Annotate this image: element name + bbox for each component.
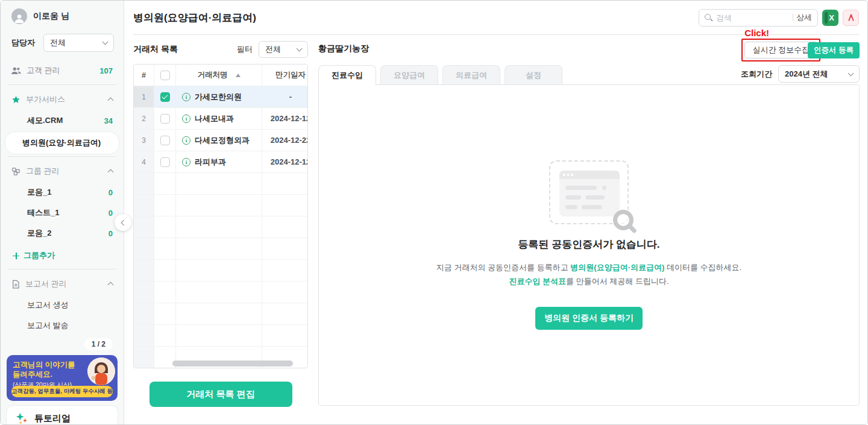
tab-nursing-benefit[interactable]: 요양급여 — [380, 65, 438, 84]
divider — [8, 269, 116, 269]
report-doc-icon — [11, 280, 20, 289]
manager-select-value: 전체 — [50, 37, 66, 48]
tab-medical-benefit[interactable]: 의료급여 — [442, 65, 500, 84]
desc-text: 데이터를 수집하세요. — [664, 263, 741, 272]
row-number: 2 — [134, 108, 154, 129]
pdf-export-button[interactable] — [843, 10, 859, 26]
group-squares-icon — [11, 167, 20, 176]
manager-label: 담당자 — [11, 37, 35, 48]
row-checkbox[interactable] — [160, 114, 170, 124]
scrollbar-thumb[interactable] — [172, 360, 293, 367]
table-row-empty — [134, 325, 308, 347]
group-count: 0 — [108, 188, 113, 197]
sidebar-item-label: 병의원(요양·의료급여) — [22, 137, 112, 148]
sidebar-item-semocrm[interactable]: 세모.CRM 34 — [5, 110, 119, 131]
register-hospital-cert-button[interactable]: 병의원 인증서 등록하기 — [535, 307, 643, 330]
chevron-left-icon — [121, 219, 127, 225]
chevron-up-icon — [108, 169, 114, 175]
user-profile[interactable]: 이로움 님 — [5, 1, 119, 30]
row-checkbox[interactable] — [160, 136, 170, 145]
period-label: 조회기간 — [741, 69, 772, 80]
tutorial-button[interactable]: 튜토리얼 — [7, 406, 118, 425]
star-icon — [11, 95, 20, 104]
due-date: 2024-12-12 — [262, 108, 308, 129]
search-input[interactable] — [716, 13, 788, 22]
divider — [8, 84, 116, 85]
detail-search-link[interactable]: 상세 — [793, 12, 812, 23]
sidebar-item-group-3[interactable]: 로움_2 0 — [5, 223, 119, 244]
excel-export-button[interactable]: X — [822, 10, 838, 26]
period-select-value: 2024년 전체 — [785, 69, 828, 80]
row-number: 3 — [134, 130, 154, 151]
promo-banner[interactable]: 고객님의 이야기를 들려주세요. (상품권 20만원 시상) 고객감동, 업무효… — [7, 355, 118, 401]
period-select[interactable]: 2024년 전체 — [778, 65, 860, 83]
click-annotation: Click! — [744, 28, 769, 38]
table-row[interactable]: 4 i라피부과 2024-12-12 — [134, 151, 308, 173]
cert-register-button[interactable]: 인증서 등록 — [808, 42, 860, 58]
group-count: 0 — [108, 229, 113, 238]
add-group-label: 그룹추가 — [24, 250, 55, 261]
sidebar-item-label: 세모.CRM — [27, 115, 104, 126]
table-row[interactable]: 3 i다세모정형외과 2024-12-22 — [134, 130, 308, 151]
section-title: 보고서 관리 — [25, 279, 103, 289]
sidebar-item-customers[interactable]: 고객 관리 107 — [5, 59, 119, 82]
manager-select[interactable]: 전체 — [43, 34, 114, 52]
section-groups[interactable]: 그룹 관리 — [5, 159, 119, 182]
column-header-checkbox — [154, 65, 176, 86]
circled-i-icon[interactable]: i — [182, 115, 190, 123]
client-list-toolbar: 거래처 목록 필터 전체 — [133, 37, 308, 61]
column-header-name[interactable]: 거래처명 — [176, 65, 262, 86]
chevron-down-icon — [848, 70, 854, 76]
client-table: # 거래처명 만기일자 1 i가세모한의원 - — [133, 64, 308, 368]
column-header-due[interactable]: 만기일자 — [262, 65, 308, 86]
select-all-checkbox[interactable] — [160, 71, 170, 80]
sidebar-item-report-create[interactable]: 보고서 생성 — [5, 295, 119, 315]
circled-i-icon[interactable]: i — [182, 93, 190, 101]
sidebar-item-report-send[interactable]: 보고서 발송 — [5, 315, 119, 336]
sidebar-item-hospital[interactable]: 병의원(요양·의료급여) — [5, 132, 119, 154]
client-name: 나세모내과 — [195, 113, 234, 124]
desc-highlight: 병의원(요양급여·의료급여) — [570, 263, 664, 272]
sidebar-item-label: 로움_2 — [27, 228, 108, 239]
section-title: 부가서비스 — [26, 94, 103, 105]
banner-pagination[interactable]: 1 / 2 — [5, 336, 119, 354]
edit-client-list-button[interactable]: 거래처 목록 편집 — [149, 382, 292, 407]
filter-select-value: 전체 — [265, 44, 281, 55]
customers-count: 107 — [99, 66, 113, 75]
workspace-header: 황금딸기농장 Click! 실시간 정보수집 인증서 등록 — [318, 35, 860, 63]
client-name: 라피부과 — [195, 157, 226, 168]
add-group-button[interactable]: 그룹추가 — [5, 244, 119, 266]
table-row[interactable]: 2 i나세모내과 2024-12-12 — [134, 108, 308, 130]
horizontal-scrollbar[interactable] — [135, 360, 306, 367]
sidebar: 이로움 님 담당자 전체 고객 관리 107 부가서비스 세모.CRM 34 병… — [1, 1, 124, 424]
sidebar-collapse-button[interactable] — [115, 214, 131, 231]
main-area: 병의원(요양급여·의료급여) 상세 X 거래처 목록 필터 전체 — [124, 1, 867, 424]
section-reports[interactable]: 보고서 관리 — [5, 272, 119, 295]
promo-illustration — [87, 357, 115, 385]
due-date: - — [262, 86, 308, 107]
detail-search-label: 상세 — [796, 12, 812, 23]
workspace-section: 황금딸기농장 Click! 실시간 정보수집 인증서 등록 진료수입 요양급여 … — [318, 35, 860, 406]
realtime-collect-button[interactable]: 실시간 정보수집 — [744, 42, 817, 58]
app-window: 이로움 님 담당자 전체 고객 관리 107 부가서비스 세모.CRM 34 병… — [0, 0, 868, 425]
row-checkbox[interactable] — [160, 92, 170, 102]
circled-i-icon[interactable]: i — [182, 136, 190, 145]
table-row-empty — [134, 195, 308, 216]
plus-icon — [13, 253, 19, 259]
circled-i-icon[interactable]: i — [182, 158, 190, 166]
filter-select[interactable]: 전체 — [259, 41, 308, 58]
promo-pill: 고객감동, 업무효율, 마케팅 우수사례 등 — [11, 386, 113, 397]
row-number: 1 — [134, 86, 154, 107]
tab-settings[interactable]: 설정 — [505, 65, 562, 84]
table-row[interactable]: 1 i가세모한의원 - — [134, 86, 308, 108]
sidebar-item-group-1[interactable]: 로움_1 0 — [5, 182, 119, 203]
table-row-empty — [134, 303, 308, 325]
table-row-empty — [134, 238, 308, 260]
sidebar-item-group-2[interactable]: 테스트_1 0 — [5, 203, 119, 223]
tab-treatment-income[interactable]: 진료수입 — [318, 65, 376, 84]
row-checkbox[interactable] — [160, 157, 170, 167]
search-box: 상세 — [699, 9, 818, 27]
excel-x-icon: X — [829, 13, 834, 22]
desc-highlight: 진료수입 분석표 — [509, 277, 566, 286]
section-services[interactable]: 부가서비스 — [5, 87, 119, 110]
